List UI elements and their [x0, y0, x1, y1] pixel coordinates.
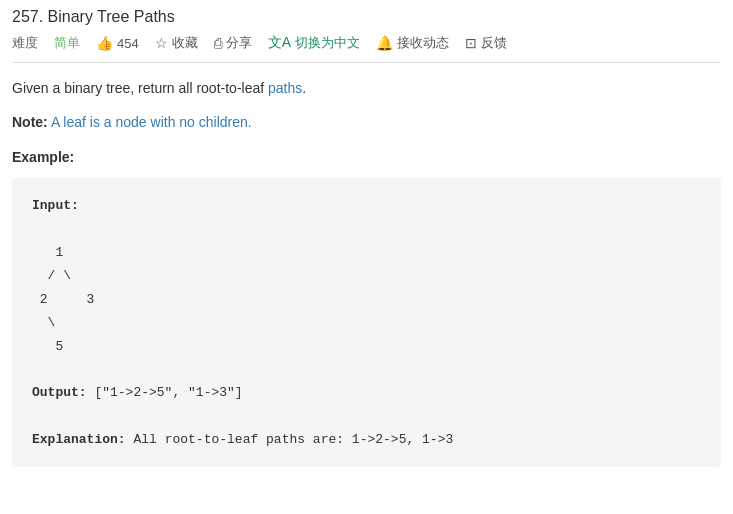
feedback-icon: ⊡: [465, 35, 477, 51]
note-bold: Note:: [12, 114, 48, 130]
share-icon: ⎙: [214, 35, 222, 51]
bell-icon: 🔔: [376, 35, 393, 51]
like-button[interactable]: 👍 454: [96, 35, 139, 51]
difficulty-label: 难度: [12, 34, 38, 52]
collect-label: 收藏: [172, 34, 198, 52]
page-title: 257. Binary Tree Paths: [12, 8, 721, 26]
description-text: Given a binary tree, return all root-to-…: [12, 77, 721, 99]
share-label: 分享: [226, 34, 252, 52]
notify-label: 接收动态: [397, 34, 449, 52]
difficulty-value[interactable]: 简单: [54, 34, 80, 52]
output-label: Output:: [32, 385, 87, 400]
toolbar: 难度 简单 👍 454 ☆ 收藏 ⎙ 分享 文A 切换为中文 🔔 接收动态 ⊡ …: [12, 34, 721, 63]
translate-icon: 文A: [268, 34, 291, 52]
notify-button[interactable]: 🔔 接收动态: [376, 34, 449, 52]
share-button[interactable]: ⎙ 分享: [214, 34, 252, 52]
star-icon: ☆: [155, 35, 168, 51]
note-text: Note: A leaf is a node with no children.: [12, 111, 721, 133]
feedback-label: 反馈: [481, 34, 507, 52]
input-label: Input:: [32, 198, 79, 213]
example-label: Example:: [12, 146, 721, 168]
code-block: Input: 1 / \ 2 3 \ 5 Output: ["1->2->5",…: [12, 178, 721, 467]
content-area: Given a binary tree, return all root-to-…: [12, 77, 721, 467]
feedback-button[interactable]: ⊡ 反馈: [465, 34, 507, 52]
switch-lang-label: 切换为中文: [295, 34, 360, 52]
like-count: 454: [117, 36, 139, 51]
paths-link[interactable]: paths: [268, 80, 302, 96]
explanation-label: Explanation:: [32, 432, 126, 447]
switch-language-button[interactable]: 文A 切换为中文: [268, 34, 360, 52]
collect-button[interactable]: ☆ 收藏: [155, 34, 198, 52]
note-content: A leaf is a node with no children.: [51, 114, 252, 130]
like-icon: 👍: [96, 35, 113, 51]
